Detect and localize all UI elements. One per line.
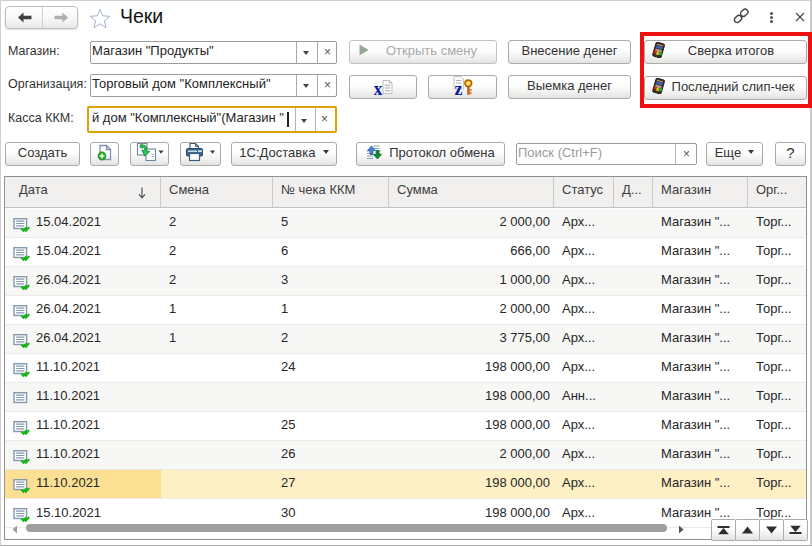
svg-text:z: z [455,79,463,96]
svg-text:x: x [374,78,383,95]
